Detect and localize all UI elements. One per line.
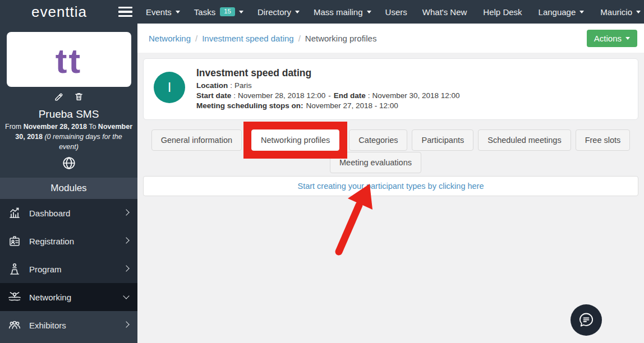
exhibitors-group-icon <box>6 318 24 332</box>
nav-language[interactable]: Language <box>539 7 585 17</box>
modules-header: Modules <box>0 178 137 199</box>
nav-whats-new[interactable]: What's New <box>422 7 467 17</box>
delete-trash-icon[interactable] <box>74 92 84 101</box>
create-participant-types-link[interactable]: Start creating your participant types by… <box>297 182 484 191</box>
networking-icon <box>6 290 24 304</box>
nav-users[interactable]: Users <box>385 7 407 17</box>
breadcrumb-link-event[interactable]: Investment speed dating <box>202 34 293 43</box>
event-title: Investment speed dating <box>196 67 460 79</box>
eventtia-logo[interactable]: eventtia <box>31 3 87 21</box>
caret-down-icon <box>176 11 180 13</box>
sidebar-item-program[interactable]: Program <box>0 255 137 283</box>
caret-down-icon <box>295 11 300 13</box>
empty-state-bar: Start creating your participant types by… <box>143 176 638 196</box>
sidebar-item-label: Exhibitors <box>29 321 124 330</box>
edit-pencil-icon[interactable] <box>54 92 64 101</box>
navbar-main-menu: Events Tasks 15 Directory Mass mailing U… <box>146 7 407 17</box>
event-card: I Investment speed dating Location:Paris… <box>143 58 638 120</box>
tabs-row-1: General information Networking profiles … <box>143 129 638 151</box>
event-dates-line: Start date:November 28, 2018 12:00-End d… <box>196 91 460 100</box>
breadcrumb-current: Networking profiles <box>305 34 377 43</box>
tasks-count-badge: 15 <box>220 7 235 17</box>
hamburger-menu-icon[interactable] <box>117 6 134 18</box>
sidebar-item-networking[interactable]: Networking <box>0 283 137 311</box>
nav-help-desk[interactable]: Help Desk <box>483 7 522 17</box>
meeting-scheduling-line: Meeting scheduling stops on:November 27,… <box>196 101 460 110</box>
caret-down-icon <box>367 11 371 13</box>
sidebar-item-dashboard[interactable]: Dashboard <box>0 199 137 227</box>
breadcrumb-separator: / <box>298 34 301 43</box>
top-navbar: eventtia Events Tasks 15 Directory Mass … <box>0 0 644 24</box>
globe-icon[interactable] <box>0 156 137 170</box>
event-logo-actions <box>0 92 137 101</box>
event-logo-letters: tt <box>56 42 82 77</box>
tab-participants[interactable]: Participants <box>412 129 473 151</box>
sidebar-item-financials[interactable]: Financials <box>0 339 137 343</box>
annotation-highlight-box: Networking profiles <box>243 122 347 159</box>
chevron-right-icon <box>123 266 129 272</box>
breadcrumb-bar: Networking / Investment speed dating / N… <box>137 24 644 53</box>
chevron-right-icon <box>123 238 129 244</box>
event-info: Investment speed dating Location:Paris S… <box>196 67 460 110</box>
caret-down-icon <box>579 11 584 13</box>
breadcrumb-separator: / <box>195 34 197 43</box>
sidebar: tt Prueba SMS From November 28, 2018 To … <box>0 24 137 343</box>
registration-badge-icon <box>6 234 24 248</box>
dashboard-chart-icon <box>6 206 24 220</box>
chat-bubble-icon <box>577 311 595 329</box>
program-podium-icon <box>6 262 24 276</box>
navbar-left-section: eventtia <box>0 3 137 21</box>
tab-scheduled-meetings[interactable]: Scheduled meetings <box>478 129 571 151</box>
event-location-line: Location:Paris <box>196 81 460 90</box>
event-tabs: General information Networking profiles … <box>143 129 638 174</box>
event-logo: tt <box>7 32 131 87</box>
tab-free-slots[interactable]: Free slots <box>576 129 631 151</box>
caret-down-icon <box>625 37 630 40</box>
app-body: tt Prueba SMS From November 28, 2018 To … <box>0 24 644 343</box>
sidebar-item-registration[interactable]: Registration <box>0 227 137 255</box>
navbar-right-menu: What's New Help Desk Language Mauricio <box>422 7 644 17</box>
nav-mass-mailing[interactable]: Mass mailing <box>314 7 371 17</box>
breadcrumb-link-networking[interactable]: Networking <box>149 34 191 43</box>
sidebar-item-label: Dashboard <box>29 208 124 218</box>
sidebar-item-label: Program <box>29 265 124 274</box>
nav-directory[interactable]: Directory <box>257 7 300 17</box>
content-area: I Investment speed dating Location:Paris… <box>137 53 644 343</box>
nav-events[interactable]: Events <box>146 7 180 17</box>
remaining-days-note: (0 remaining days for the event) <box>44 133 122 151</box>
tab-networking-profiles[interactable]: Networking profiles <box>251 129 339 151</box>
tabs-row-2: Meeting evaluations <box>143 151 638 174</box>
chat-button[interactable] <box>571 304 602 336</box>
chevron-right-icon <box>123 322 129 328</box>
breadcrumb: Networking / Investment speed dating / N… <box>149 34 376 43</box>
tab-categories[interactable]: Categories <box>349 129 407 151</box>
sidebar-item-exhibitors[interactable]: Exhibitors <box>0 311 137 339</box>
caret-down-icon <box>636 11 641 13</box>
actions-button[interactable]: Actions <box>587 30 637 47</box>
event-date-range: From November 28, 2018 To November 30, 2… <box>5 122 133 152</box>
sidebar-item-label: Networking <box>29 293 124 302</box>
modules-menu: Dashboard Registration Program <box>0 199 137 343</box>
tab-general-information[interactable]: General information <box>151 129 242 151</box>
main-area: Networking / Investment speed dating / N… <box>137 24 644 343</box>
event-avatar: I <box>154 72 185 103</box>
nav-tasks[interactable]: Tasks 15 <box>194 7 243 17</box>
chevron-down-icon <box>123 293 129 299</box>
nav-user-menu[interactable]: Mauricio <box>600 7 641 17</box>
sidebar-item-label: Registration <box>29 237 124 246</box>
caret-down-icon <box>239 11 243 13</box>
event-name: Prueba SMS <box>0 108 137 120</box>
chevron-right-icon <box>123 210 129 216</box>
